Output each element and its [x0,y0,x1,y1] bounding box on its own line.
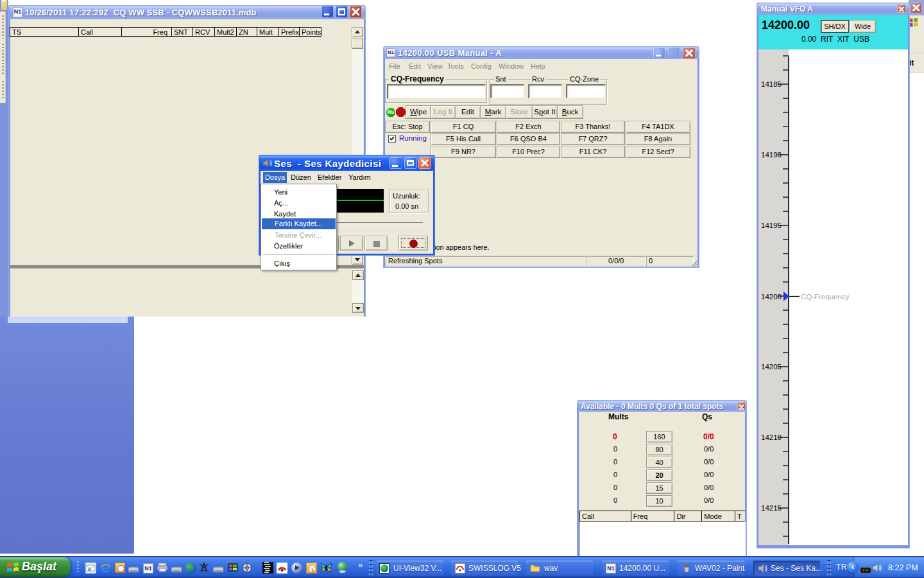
svg-text:14210: 14210 [761,434,782,441]
svg-text:14200: 14200 [761,293,782,301]
svg-text:14190: 14190 [761,151,782,159]
svg-text:14185: 14185 [761,80,782,88]
svg-text:14205: 14205 [761,363,782,371]
svg-text:14195: 14195 [761,222,782,229]
svg-text:CQ-Frequency: CQ-Frequency [801,293,850,301]
svg-text:14215: 14215 [761,504,782,512]
svg-text:e: e [88,565,91,572]
